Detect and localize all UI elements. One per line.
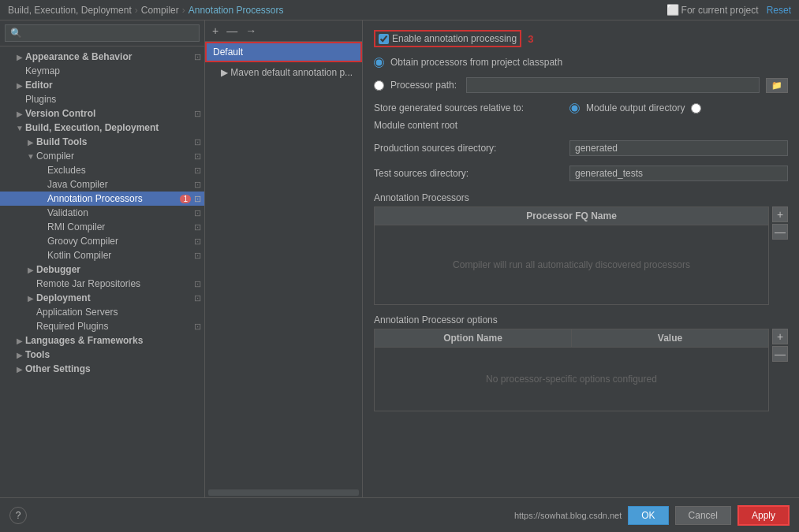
arrow-icon: ▶ (25, 294, 36, 303)
ext-icon: ⊡ (194, 52, 201, 62)
profile-default[interactable]: Default (205, 42, 362, 62)
option-name-header: Option Name (375, 329, 572, 347)
remove-processor-button[interactable]: — (772, 224, 788, 240)
sidebar-item-annotation-processors[interactable]: Annotation Processors 1 ⊡ (0, 192, 204, 206)
enable-annotation-checkbox[interactable] (379, 34, 389, 44)
apply-button[interactable]: Apply (737, 505, 790, 526)
annotation-number-badge: 3 (528, 33, 533, 45)
sidebar: ▶ Appearance & Behavior ⊡ Keymap ▶ Edito… (0, 20, 205, 497)
sidebar-item-label: Required Plugins (36, 321, 191, 332)
sidebar-item-label: Version Control (25, 108, 191, 119)
ext-icon: ⊡ (194, 137, 201, 147)
processor-path-browse-button[interactable]: 📁 (766, 78, 788, 93)
production-sources-input[interactable] (569, 140, 788, 156)
breadcrumb-compiler: Compiler (141, 5, 179, 16)
search-input[interactable] (5, 24, 200, 42)
processor-path-radio[interactable] (374, 80, 384, 91)
sidebar-item-tools[interactable]: ▶ Tools (0, 348, 204, 362)
sidebar-item-excludes[interactable]: Excludes ⊡ (0, 163, 204, 177)
sidebar-item-appearance[interactable]: ▶ Appearance & Behavior ⊡ (0, 50, 204, 64)
processor-fq-header: Processor FQ Name (375, 207, 768, 225)
profile-label: Default (213, 47, 243, 58)
sidebar-item-label: Application Servers (36, 307, 201, 318)
sidebar-item-deployment[interactable]: ▶ Deployment ⊡ (0, 291, 204, 305)
sidebar-item-build-exec[interactable]: ▼ Build, Execution, Deployment (0, 121, 204, 135)
sidebar-item-label: Debugger (36, 264, 201, 275)
options-side-buttons: + — (772, 329, 788, 411)
move-profile-button[interactable]: → (243, 24, 259, 38)
sidebar-item-groovy-compiler[interactable]: Groovy Compiler ⊡ (0, 234, 204, 248)
arrow-icon: ▶ (14, 365, 25, 374)
module-content-radio[interactable] (691, 103, 701, 113)
sidebar-item-compiler[interactable]: ▼ Compiler ⊡ (0, 149, 204, 163)
add-profile-button[interactable]: + (210, 24, 221, 38)
no-options-msg: No processor-specific options configured (486, 374, 657, 385)
remove-profile-button[interactable]: — (224, 24, 240, 38)
obtain-processors-label[interactable]: Obtain processors from project classpath (390, 57, 562, 68)
no-processors-msg: Compiler will run all automatically disc… (453, 259, 690, 270)
profile-maven[interactable]: ▶ Maven default annotation p... (205, 62, 362, 83)
reset-button[interactable]: Reset (767, 5, 791, 16)
production-sources-row: Production sources directory: (374, 139, 788, 158)
enable-annotation-label[interactable]: Enable annotation processing (392, 33, 517, 44)
breadcrumb-annotation: Annotation Processors (189, 5, 284, 16)
arrow-icon: ▶ (14, 53, 25, 61)
enable-annotation-highlight: Enable annotation processing (374, 30, 521, 47)
sidebar-item-label: Build, Execution, Deployment (25, 122, 201, 133)
value-header: Value (572, 329, 768, 347)
ext-icon: ⊡ (194, 251, 201, 261)
help-button[interactable]: ? (9, 507, 27, 524)
sidebar-item-editor[interactable]: ▶ Editor (0, 78, 204, 92)
obtain-processors-radio[interactable] (374, 58, 384, 68)
cancel-button[interactable]: Cancel (675, 506, 731, 525)
module-content-label[interactable]: Module content root (374, 120, 457, 131)
sidebar-item-label: Annotation Processors (47, 193, 177, 204)
sidebar-item-languages[interactable]: ▶ Languages & Frameworks (0, 333, 204, 348)
sidebar-item-version-control[interactable]: ▶ Version Control ⊡ (0, 106, 204, 121)
sidebar-item-build-tools[interactable]: ▶ Build Tools ⊡ (0, 135, 204, 149)
sidebar-item-kotlin-compiler[interactable]: Kotlin Compiler ⊡ (0, 248, 204, 262)
sidebar-item-rmi-compiler[interactable]: RMI Compiler ⊡ (0, 220, 204, 234)
top-bar-right: ⬜For current project Reset (666, 4, 791, 16)
module-output-radio[interactable] (569, 103, 580, 113)
arrow-icon: ▶ (14, 351, 25, 359)
ok-button[interactable]: OK (628, 506, 668, 525)
bottom-right: https://sowhat.blog.csdn.net OK Cancel A… (514, 505, 790, 526)
sidebar-item-java-compiler[interactable]: Java Compiler ⊡ (0, 177, 204, 192)
sidebar-item-plugins[interactable]: Plugins (0, 92, 204, 106)
arrow-icon: ▼ (14, 124, 25, 132)
sidebar-item-label: Deployment (36, 292, 191, 303)
middle-toolbar: + — → (205, 20, 362, 42)
add-processor-button[interactable]: + (772, 206, 788, 222)
enable-annotation-row: Enable annotation processing 3 (374, 28, 788, 49)
sidebar-item-required-plugins[interactable]: Required Plugins ⊡ (0, 319, 204, 333)
annotation-options-section: Annotation Processor options Option Name… (374, 311, 788, 411)
ext-icon: ⊡ (194, 109, 201, 119)
processor-path-input[interactable] (466, 77, 760, 93)
sidebar-item-app-servers[interactable]: Application Servers (0, 305, 204, 319)
remove-option-button[interactable]: — (772, 346, 788, 362)
sidebar-item-other-settings[interactable]: ▶ Other Settings (0, 362, 204, 376)
options-table: Option Name Value No processor-specific … (374, 329, 769, 411)
sidebar-item-validation[interactable]: Validation ⊡ (0, 206, 204, 220)
sidebar-item-label: Excludes (47, 165, 191, 176)
breadcrumb: Build, Execution, Deployment › Compiler … (8, 5, 284, 16)
main-layout: ▶ Appearance & Behavior ⊡ Keymap ▶ Edito… (0, 20, 799, 497)
breadcrumb-build: Build, Execution, Deployment (8, 5, 132, 16)
sidebar-item-label: Languages & Frameworks (25, 335, 201, 346)
module-output-label[interactable]: Module output directory (586, 102, 685, 113)
sidebar-item-label: Compiler (36, 151, 191, 162)
test-sources-input[interactable] (569, 166, 788, 181)
add-option-button[interactable]: + (772, 329, 788, 344)
processor-path-label[interactable]: Processor path: (390, 80, 457, 91)
sidebar-item-remote-jar[interactable]: Remote Jar Repositories ⊡ (0, 277, 204, 291)
profile-label: Maven default annotation p... (230, 67, 353, 78)
middle-panel: + — → Default ▶ Maven default annotation… (205, 20, 363, 497)
test-sources-row: Test sources directory: (374, 164, 788, 183)
sidebar-tree: ▶ Appearance & Behavior ⊡ Keymap ▶ Edito… (0, 47, 204, 497)
sidebar-item-label: Other Settings (25, 363, 201, 374)
sidebar-item-label: RMI Compiler (47, 221, 191, 233)
sidebar-item-debugger[interactable]: ▶ Debugger (0, 262, 204, 277)
bottom-bar: ? https://sowhat.blog.csdn.net OK Cancel… (0, 497, 799, 532)
sidebar-item-keymap[interactable]: Keymap (0, 64, 204, 78)
